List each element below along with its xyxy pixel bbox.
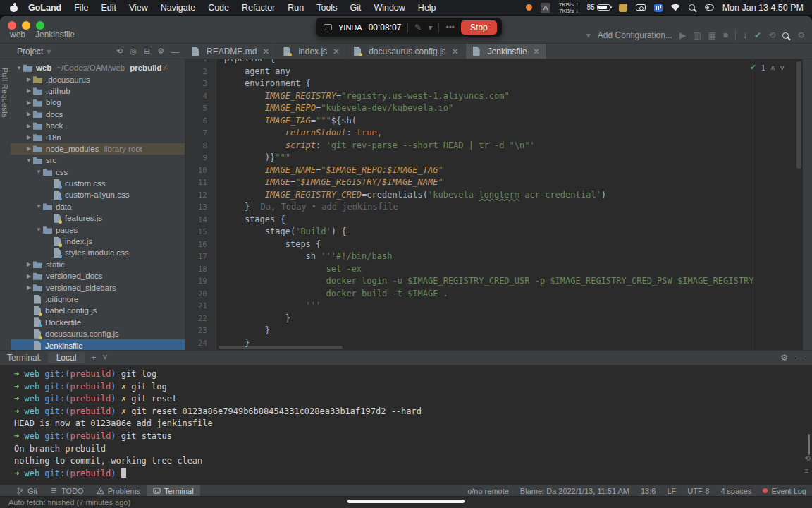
- input-source-icon[interactable]: A: [541, 3, 550, 13]
- settings-gear-icon[interactable]: ⚙: [780, 353, 788, 363]
- network-speed-indicator[interactable]: 7KB/s ↑7KB/s ↓: [559, 1, 579, 14]
- tree-item-versioned-docs[interactable]: ▶versioned_docs: [11, 270, 185, 282]
- terminal-output[interactable]: ➜ web git:(prebuild) git log➜ web git:(p…: [0, 365, 812, 485]
- sync-icon[interactable]: ⟲: [116, 47, 123, 56]
- close-tab-icon[interactable]: ✕: [262, 47, 269, 56]
- menu-goland[interactable]: GoLand: [22, 3, 68, 13]
- indent-style[interactable]: 4 spaces: [720, 487, 751, 495]
- code-editor[interactable]: 1pipeline {2 agent any3 environment {4 I…: [185, 59, 803, 350]
- tree-item-github[interactable]: ▶.github: [11, 85, 185, 97]
- toolwindow-tab-problems[interactable]: Problems: [90, 485, 147, 496]
- search-everywhere-icon[interactable]: [782, 32, 789, 39]
- menu-help[interactable]: Help: [412, 3, 443, 13]
- titlebar-file-label[interactable]: Jenkinsfile: [35, 30, 75, 40]
- vcs-update-icon[interactable]: ↓: [743, 30, 747, 40]
- terminal-scrollbar[interactable]: [808, 434, 810, 455]
- tree-item-static[interactable]: ▶static: [11, 259, 185, 270]
- menu-file[interactable]: File: [68, 3, 94, 13]
- tree-item-pages[interactable]: ▼pages: [11, 224, 185, 235]
- chevron-down-icon[interactable]: ▾: [586, 30, 591, 40]
- menu-git[interactable]: Git: [343, 3, 367, 13]
- menu-navigate[interactable]: Navigate: [154, 3, 202, 13]
- new-session-icon[interactable]: +: [91, 353, 96, 363]
- add-configuration-button[interactable]: Add Configuration...: [598, 30, 672, 40]
- tree-item-babel-config-js[interactable]: babel.config.js: [11, 305, 185, 316]
- menu-code[interactable]: Code: [202, 3, 235, 13]
- history-icon[interactable]: ⟲: [805, 454, 811, 462]
- stats-icon[interactable]: [654, 4, 663, 12]
- close-tab-icon[interactable]: ✕: [333, 47, 340, 56]
- tree-item-dockerfile[interactable]: Dockerfile: [11, 317, 185, 328]
- tree-item-custom-css[interactable]: custom.css: [11, 178, 185, 189]
- close-tab-icon[interactable]: ✕: [452, 47, 459, 56]
- toolwindow-tab-terminal[interactable]: Terminal: [147, 485, 200, 496]
- tree-item-data[interactable]: ▼data: [11, 201, 185, 212]
- close-tab-icon[interactable]: ✕: [533, 47, 540, 56]
- chevron-down-icon[interactable]: ▾: [47, 47, 51, 56]
- tree-item-jenkinsfile[interactable]: Jenkinsfile: [11, 339, 185, 350]
- settings-gear-icon[interactable]: ⚙: [797, 30, 805, 40]
- settings-gear-icon[interactable]: ⚙: [157, 47, 164, 56]
- menu-window[interactable]: Window: [367, 3, 411, 13]
- editor-tab-readme-md[interactable]: README.md✕: [185, 44, 276, 59]
- tree-item-docusaurus[interactable]: ▶.docusaurus: [11, 73, 185, 85]
- tree-item-web[interactable]: ▼web~/Codes/OAM/webprebuild⁄◦: [11, 62, 185, 73]
- hide-panel-icon[interactable]: —: [171, 47, 179, 56]
- menu-edit[interactable]: Edit: [94, 3, 123, 13]
- editor-horizontal-scrollbar[interactable]: [219, 346, 343, 349]
- blame-info[interactable]: Blame: Da 2022/1/13, 11:51 AM: [520, 487, 629, 495]
- toolwindow-tab-todo[interactable]: TODO: [44, 485, 90, 496]
- apple-menu-icon[interactable]: [10, 3, 18, 12]
- profile-icon[interactable]: ▦: [708, 30, 716, 40]
- tree-item-gitignore[interactable]: .gitignore: [11, 294, 185, 305]
- inspections-widget[interactable]: ✔ 1 ˄ ˅: [750, 63, 785, 72]
- titlebar-project-label[interactable]: web: [10, 30, 25, 40]
- caret-position[interactable]: 13:6: [641, 487, 656, 495]
- editor-vertical-scrollbar[interactable]: [796, 61, 801, 169]
- stop-recording-button[interactable]: Stop: [461, 20, 497, 35]
- project-view-selector[interactable]: Project: [17, 47, 43, 56]
- collapse-all-icon[interactable]: ⊟: [144, 47, 150, 56]
- tree-item-docs[interactable]: ▶docs: [11, 109, 185, 120]
- tree-item-src[interactable]: ▼src: [11, 155, 185, 166]
- tree-item-features-js[interactable]: features.js: [11, 212, 185, 224]
- camera-icon[interactable]: [636, 4, 646, 11]
- tree-item-versioned-sidebars[interactable]: ▶versioned_sidebars: [11, 282, 185, 293]
- battery-indicator[interactable]: 85: [587, 4, 610, 11]
- tree-item-index-js[interactable]: index.js: [11, 236, 185, 247]
- control-center-icon[interactable]: [705, 4, 714, 11]
- toolwindow-tab-git[interactable]: Git: [10, 485, 44, 496]
- tree-item-css[interactable]: ▼css: [11, 167, 185, 178]
- tree-item-blog[interactable]: ▶blog: [11, 97, 185, 108]
- event-log-widget[interactable]: Event Log: [763, 487, 806, 495]
- vcs-commit-icon[interactable]: ✔: [754, 30, 761, 40]
- tree-item-hack[interactable]: ▶hack: [11, 120, 185, 131]
- prev-problem-icon[interactable]: ˄: [770, 64, 775, 72]
- menubar-clock[interactable]: Mon Jan 13 4:50 PM: [722, 3, 804, 13]
- tree-item-docusaurus-config-js[interactable]: docusaurus.config.js: [11, 328, 185, 339]
- locate-file-icon[interactable]: ◎: [130, 47, 137, 56]
- chevron-down-icon[interactable]: ˅: [102, 353, 107, 363]
- stop-icon[interactable]: ■: [723, 30, 728, 40]
- editor-tab-index-js[interactable]: index.js✕: [276, 44, 347, 59]
- pull-requests-stripe-button[interactable]: Pull Requests: [1, 68, 9, 118]
- list-icon[interactable]: ≡: [805, 467, 811, 475]
- line-separator[interactable]: LF: [667, 487, 676, 495]
- menu-view[interactable]: View: [123, 3, 154, 13]
- tree-item-i18n[interactable]: ▶i18n: [11, 131, 185, 143]
- pencil-icon[interactable]: ✎: [414, 23, 422, 32]
- git-remote-widget[interactable]: o/no remote: [467, 487, 509, 495]
- menu-tools[interactable]: Tools: [310, 3, 343, 13]
- wifi-icon[interactable]: [671, 4, 680, 11]
- terminal-tab-local[interactable]: Local: [48, 352, 85, 363]
- tree-item-styles-module-css[interactable]: styles.module.css: [11, 247, 185, 258]
- chevron-down-icon[interactable]: ▾: [428, 23, 432, 32]
- minimize-panel-icon[interactable]: —: [796, 353, 805, 363]
- editor-tab-docusaurus-config-js[interactable]: docusaurus.config.js✕: [347, 44, 465, 59]
- screen-recording-indicator-icon[interactable]: [526, 4, 532, 11]
- spotlight-search-icon[interactable]: [689, 4, 695, 11]
- menu-run[interactable]: Run: [281, 3, 310, 13]
- vcs-history-icon[interactable]: ⟲: [768, 30, 775, 40]
- tree-item-node-modules[interactable]: ▶node_moduleslibrary root: [11, 143, 185, 155]
- file-encoding[interactable]: UTF-8: [687, 487, 709, 495]
